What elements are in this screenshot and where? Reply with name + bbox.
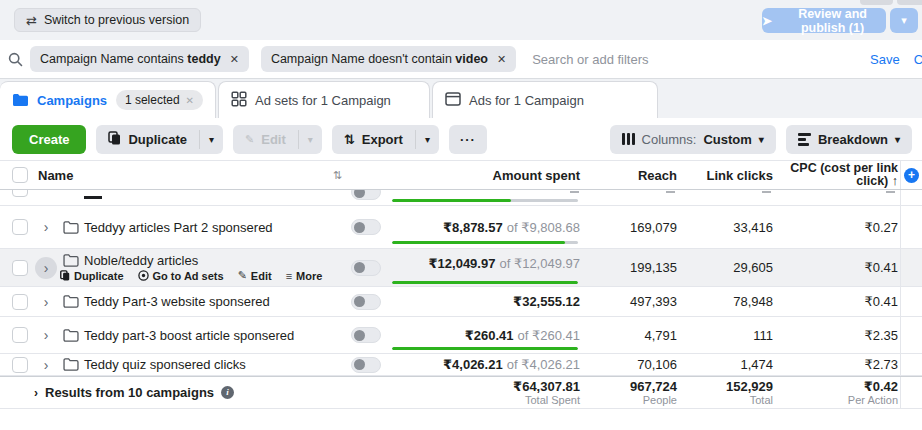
chevron-down-icon: ▾	[901, 14, 907, 26]
campaign-toggle[interactable]	[351, 190, 381, 200]
review-and-publish-button[interactable]: ➤ Review and publish (1)	[762, 8, 886, 33]
add-column-icon[interactable]: +	[904, 168, 919, 183]
link-clicks-cell: 111	[678, 328, 774, 343]
breakdown-button[interactable]: Breakdown ▾	[786, 125, 912, 154]
export-dropdown-button[interactable]: ▾	[416, 125, 439, 154]
amount-spent-cell: ₹260.41of ₹260.41	[386, 317, 586, 353]
go-to-icon	[138, 270, 149, 281]
expand-chevron-icon[interactable]: ›	[34, 386, 38, 400]
cpc-cell: ₹0.41	[774, 260, 900, 275]
filter-chip-doesnt-contain-video[interactable]: Campaign Name doesn't contain video ✕	[261, 46, 516, 72]
clear-filters-link[interactable]: Clear	[914, 52, 922, 67]
tab-campaigns[interactable]: Campaigns 1 selected ✕	[0, 81, 216, 118]
review-and-publish-dropdown-button[interactable]: ▾	[890, 8, 918, 33]
total-cpc-cell: ₹0.42Per Action	[774, 380, 900, 406]
tab-ad-sets[interactable]: Ad sets for 1 Campaign	[218, 81, 430, 118]
row-checkbox[interactable]	[12, 327, 28, 343]
breakdown-icon	[798, 133, 811, 146]
row-goto-adsets-action[interactable]: Go to Ad sets	[138, 270, 224, 282]
export-button[interactable]: ⇅ Export	[332, 125, 415, 154]
search-filters-input[interactable]: Search or add filters	[532, 52, 648, 67]
export-arrows-icon: ⇅	[344, 132, 355, 147]
duplicate-button[interactable]: Duplicate	[96, 125, 199, 154]
cutoff-text-fragment	[762, 191, 771, 193]
total-clicks-cell: 152,929Total	[678, 380, 774, 406]
cutoff-button-stub[interactable]	[897, 0, 922, 5]
info-icon[interactable]: i	[221, 386, 234, 399]
filter-chip-text: Campaign Name contains teddy	[40, 52, 221, 66]
cutoff-text-fragment	[570, 191, 579, 193]
total-reach-cell: 967,724People	[586, 380, 678, 406]
expand-chevron-icon[interactable]: ›	[34, 357, 58, 373]
campaign-name[interactable]: Teddy Part-3 website sponsered	[84, 294, 346, 309]
copy-icon	[108, 131, 121, 148]
row-hover-actions: Duplicate Go to Ad sets ✎ Edit ≡ More	[60, 269, 322, 282]
table-header-reach[interactable]: Reach	[586, 168, 678, 183]
table-header-spent[interactable]: Amount spent	[386, 161, 586, 189]
campaign-toggle[interactable]	[351, 357, 381, 373]
copy-icon	[60, 270, 70, 281]
expand-chevron-icon[interactable]: ›	[34, 219, 58, 235]
campaign-toggle[interactable]	[351, 219, 381, 235]
folder-icon	[58, 329, 84, 342]
folder-icon	[58, 249, 84, 267]
table-header-cpc[interactable]: CPC (cost per link click) ↑	[774, 162, 900, 188]
selected-count-badge[interactable]: 1 selected ✕	[116, 90, 203, 110]
switch-previous-version-button[interactable]: ⇄ Switch to previous version	[14, 8, 201, 32]
table-row[interactable]: › Teddy quiz sponsered clicks ₹4,026.21o…	[0, 354, 922, 376]
campaign-name[interactable]: Teddyy articles Part 2 sponsered	[84, 220, 346, 235]
row-duplicate-action[interactable]: Duplicate	[60, 270, 124, 282]
table-row[interactable]: › Teddy Part-3 website sponsered ₹32,555…	[0, 287, 922, 317]
expand-chevron-icon[interactable]: ›	[34, 294, 58, 310]
row-checkbox[interactable]	[12, 190, 28, 197]
budget-progress-bar	[392, 347, 578, 350]
expand-chevron-icon[interactable]: ›	[35, 257, 57, 279]
campaign-toggle[interactable]	[351, 294, 381, 310]
campaign-name[interactable]: Teddy part-3 boost article sponsered	[84, 328, 346, 343]
campaign-name[interactable]: Teddy quiz sponsered clicks	[84, 357, 346, 372]
link-clicks-cell: 1,474	[678, 357, 774, 372]
row-edit-action[interactable]: ✎ Edit	[238, 269, 272, 282]
pencil-icon: ✎	[238, 269, 247, 282]
table-row[interactable]: › Teddyy articles Part 2 sponsered ₹8,87…	[0, 206, 922, 249]
campaign-name[interactable]: Noble/teddy articles	[84, 249, 346, 268]
sort-icon[interactable]: ⇅	[333, 169, 346, 182]
tab-ads[interactable]: Ads for 1 Campaign	[432, 81, 658, 118]
amount-spent-cell: ₹12,049.97of ₹12,049.97	[386, 249, 586, 286]
clear-selection-icon[interactable]: ✕	[186, 95, 194, 106]
row-checkbox[interactable]	[12, 294, 28, 310]
divider	[900, 190, 901, 205]
create-button[interactable]: Create	[12, 125, 86, 154]
more-actions-button[interactable]: ···	[449, 125, 487, 154]
row-checkbox[interactable]	[12, 260, 28, 276]
table-header-clicks[interactable]: Link clicks	[678, 168, 774, 183]
edit-dropdown-button[interactable]: ▾	[299, 125, 322, 154]
cutoff-button-stub[interactable]	[860, 0, 893, 5]
remove-filter-icon[interactable]: ✕	[497, 53, 506, 66]
campaign-toggle[interactable]	[351, 260, 381, 276]
filter-chip-contains-teddy[interactable]: Campaign Name contains teddy ✕	[30, 46, 249, 72]
results-summary[interactable]: › Results from 10 campaigns i	[34, 385, 346, 400]
cpc-cell: ₹0.27	[774, 220, 900, 235]
select-all-checkbox[interactable]	[12, 167, 28, 183]
table-row-partially-scrolled[interactable]	[0, 190, 922, 206]
row-more-action[interactable]: ≡ More	[286, 270, 323, 282]
table-row[interactable]: › Noble/teddy articles ₹12,049.97of ₹12,…	[0, 249, 922, 287]
duplicate-dropdown-button[interactable]: ▾	[200, 125, 223, 154]
chevron-down-icon: ▾	[308, 134, 313, 145]
columns-button[interactable]: Columns: Custom ▾	[610, 125, 776, 154]
chevron-down-icon: ▾	[209, 134, 214, 145]
row-checkbox[interactable]	[12, 219, 28, 235]
save-filters-link[interactable]: Save	[870, 52, 900, 67]
sort-asc-icon: ↑	[892, 174, 898, 188]
ads-manager-app: ⇄ Switch to previous version ➤ Review an…	[0, 0, 922, 430]
edit-button[interactable]: ✎ Edit	[233, 125, 298, 154]
campaign-toggle[interactable]	[351, 327, 381, 343]
link-clicks-cell: 33,416	[678, 220, 774, 235]
row-checkbox[interactable]	[12, 357, 28, 373]
remove-filter-icon[interactable]: ✕	[230, 53, 239, 66]
table-header-name[interactable]: Name	[34, 168, 84, 183]
expand-chevron-icon[interactable]: ›	[34, 327, 58, 343]
chevron-down-icon: ▾	[759, 134, 764, 145]
table-row[interactable]: › Teddy part-3 boost article sponsered ₹…	[0, 317, 922, 354]
